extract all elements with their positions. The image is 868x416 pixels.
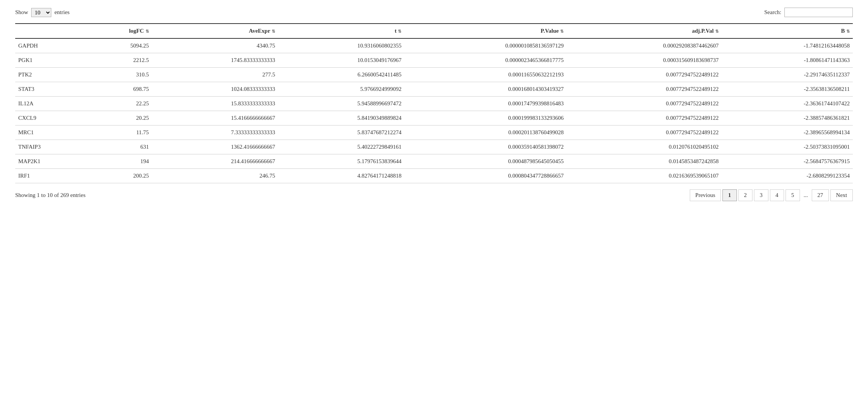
cell-AveExpr: 246.75 <box>152 169 278 183</box>
cell-logFC: 5094.25 <box>87 38 152 53</box>
cell-adjPVal: 0.0120761020495102 <box>567 140 722 154</box>
cell-adjPVal: 0.000292083874462607 <box>567 38 722 53</box>
cell-adjPVal: 0.00772947522489122 <box>567 97 722 111</box>
pagination: Previous12345...27Next <box>690 189 853 201</box>
pagination-page-27[interactable]: 27 <box>812 189 829 201</box>
cell-PValue: 0.000487985645050455 <box>404 154 567 169</box>
cell-B: -2.38857486361821 <box>722 111 853 125</box>
cell-name: GAPDH <box>15 38 87 53</box>
table-header-row: logFC⇅AveExpr⇅t⇅P.Value⇅adj.P.Val⇅B⇅ <box>15 24 853 38</box>
cell-adjPVal: 0.000315609183698737 <box>567 53 722 68</box>
cell-adjPVal: 0.00772947522489122 <box>567 111 722 125</box>
pagination-ellipsis: ... <box>801 190 810 201</box>
cell-B: -2.38965568994134 <box>722 125 853 140</box>
pagination-page-4[interactable]: 4 <box>770 189 784 201</box>
cell-logFC: 22.25 <box>87 97 152 111</box>
sort-icon-t[interactable]: ⇅ <box>398 29 401 34</box>
column-header-B[interactable]: B⇅ <box>722 24 853 38</box>
cell-t: 5.40222729849161 <box>278 140 404 154</box>
cell-adjPVal: 0.00772947522489122 <box>567 68 722 82</box>
cell-t: 10.0153049176967 <box>278 53 404 68</box>
column-header-logFC[interactable]: logFC⇅ <box>87 24 152 38</box>
table-row: TNFAIP36311362.416666666675.402227298491… <box>15 140 853 154</box>
cell-B: -2.6808299123354 <box>722 169 853 183</box>
pagination-page-3[interactable]: 3 <box>754 189 768 201</box>
cell-logFC: 631 <box>87 140 152 154</box>
sort-icon-adjPVal[interactable]: ⇅ <box>715 29 719 34</box>
pagination-page-1[interactable]: 1 <box>722 189 737 201</box>
cell-PValue: 0.000201138760499028 <box>404 125 567 140</box>
cell-AveExpr: 277.5 <box>152 68 278 82</box>
column-header-t[interactable]: t⇅ <box>278 24 404 38</box>
data-table: logFC⇅AveExpr⇅t⇅P.Value⇅adj.P.Val⇅B⇅ GAP… <box>15 23 853 183</box>
column-header-adjPVal[interactable]: adj.P.Val⇅ <box>567 24 722 38</box>
cell-PValue: 0.000168014303419327 <box>404 82 567 97</box>
search-input[interactable] <box>784 8 853 17</box>
table-row: MRC111.757.333333333333335.8374768721227… <box>15 125 853 140</box>
cell-B: -2.35638136508211 <box>722 82 853 97</box>
cell-name: IRF1 <box>15 169 87 183</box>
cell-name: IL12A <box>15 97 87 111</box>
cell-t: 5.17976153839644 <box>278 154 404 169</box>
cell-PValue: 0.0000023465366817775 <box>404 53 567 68</box>
sort-icon-logFC[interactable]: ⇅ <box>146 29 149 34</box>
cell-PValue: 0.0000010858136597129 <box>404 38 567 53</box>
table-row: PGK12212.51745.8333333333310.01530491769… <box>15 53 853 68</box>
cell-B: -2.29174635112337 <box>722 68 853 82</box>
cell-AveExpr: 214.416666666667 <box>152 154 278 169</box>
pagination-next[interactable]: Next <box>830 189 853 201</box>
cell-logFC: 200.25 <box>87 169 152 183</box>
entries-per-page-select[interactable]: 102550100 <box>31 8 51 17</box>
sort-icon-B[interactable]: ⇅ <box>846 29 850 34</box>
cell-t: 4.82764171248818 <box>278 169 404 183</box>
pagination-page-2[interactable]: 2 <box>738 189 753 201</box>
cell-name: PTK2 <box>15 68 87 82</box>
table-row: GAPDH5094.254340.7510.93160608023550.000… <box>15 38 853 53</box>
sort-icon-AveExpr[interactable]: ⇅ <box>272 29 275 34</box>
cell-t: 5.94588996697472 <box>278 97 404 111</box>
cell-t: 5.84190349889824 <box>278 111 404 125</box>
cell-PValue: 0.000199983133293606 <box>404 111 567 125</box>
table-row: PTK2310.5277.56.266005424114850.00011655… <box>15 68 853 82</box>
cell-B: -2.36361744107422 <box>722 97 853 111</box>
cell-PValue: 0.000359140581398072 <box>404 140 567 154</box>
sort-icon-PValue[interactable]: ⇅ <box>560 29 564 34</box>
showing-text: Showing 1 to 10 of 269 entries <box>15 192 86 198</box>
cell-logFC: 11.75 <box>87 125 152 140</box>
pagination-page-5[interactable]: 5 <box>786 189 800 201</box>
cell-AveExpr: 15.8333333333333 <box>152 97 278 111</box>
cell-B: -2.56847576367915 <box>722 154 853 169</box>
search-label: Search: <box>764 9 781 16</box>
table-body: GAPDH5094.254340.7510.93160608023550.000… <box>15 38 853 183</box>
cell-name: STAT3 <box>15 82 87 97</box>
cell-t: 5.83747687212274 <box>278 125 404 140</box>
cell-PValue: 0.000116550632212193 <box>404 68 567 82</box>
table-row: MAP2K1194214.4166666666675.1797615383964… <box>15 154 853 169</box>
cell-logFC: 2212.5 <box>87 53 152 68</box>
cell-logFC: 310.5 <box>87 68 152 82</box>
cell-PValue: 0.000174799398816483 <box>404 97 567 111</box>
cell-t: 10.9316060802355 <box>278 38 404 53</box>
cell-PValue: 0.000804347728866657 <box>404 169 567 183</box>
cell-B: -1.80861471143363 <box>722 53 853 68</box>
column-header-AveExpr[interactable]: AveExpr⇅ <box>152 24 278 38</box>
column-header-PValue[interactable]: P.Value⇅ <box>404 24 567 38</box>
cell-name: TNFAIP3 <box>15 140 87 154</box>
cell-adjPVal: 0.0216369539065107 <box>567 169 722 183</box>
cell-AveExpr: 4340.75 <box>152 38 278 53</box>
cell-B: -2.50373831095001 <box>722 140 853 154</box>
cell-adjPVal: 0.0145853487242858 <box>567 154 722 169</box>
cell-AveExpr: 1362.41666666667 <box>152 140 278 154</box>
pagination-previous[interactable]: Previous <box>690 189 721 201</box>
cell-B: -1.74812163448058 <box>722 38 853 53</box>
table-row: STAT3698.751024.083333333335.97669249990… <box>15 82 853 97</box>
cell-logFC: 20.25 <box>87 111 152 125</box>
table-row: IL12A22.2515.83333333333335.945889966974… <box>15 97 853 111</box>
cell-adjPVal: 0.00772947522489122 <box>567 125 722 140</box>
table-row: IRF1200.25246.754.827641712488180.000804… <box>15 169 853 183</box>
cell-t: 5.9766924999092 <box>278 82 404 97</box>
entries-label: entries <box>54 9 70 16</box>
cell-name: CXCL9 <box>15 111 87 125</box>
cell-AveExpr: 15.4166666666667 <box>152 111 278 125</box>
cell-AveExpr: 7.33333333333333 <box>152 125 278 140</box>
